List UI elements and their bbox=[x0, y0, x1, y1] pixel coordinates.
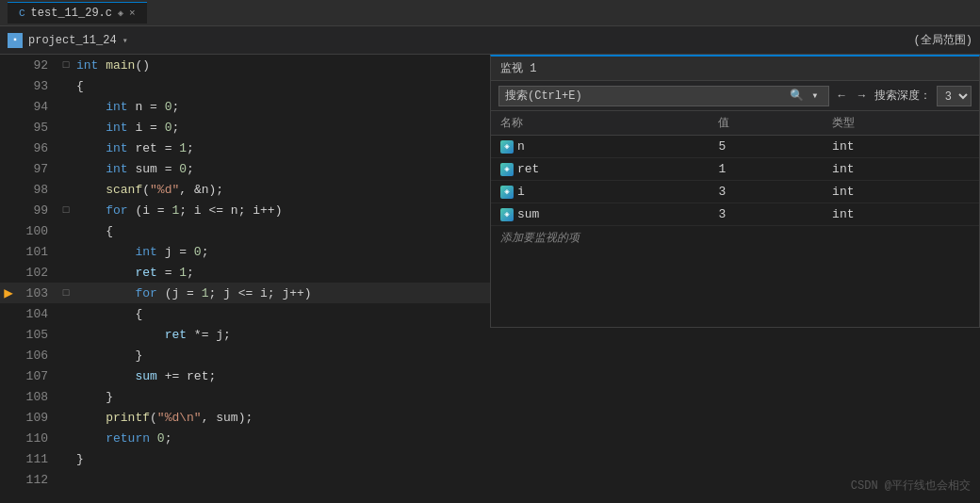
watch-var-type: int bbox=[823, 181, 979, 203]
project-selector[interactable]: ▪ project_11_24 ▾ bbox=[8, 33, 128, 48]
token-kw: int bbox=[106, 141, 127, 155]
token-fn: scanf bbox=[106, 183, 142, 197]
tab-pin: ◈ bbox=[118, 8, 123, 19]
watch-search-icon[interactable]: 🔍 bbox=[790, 89, 804, 103]
watch-table-header: 名称 值 类型 bbox=[491, 111, 979, 136]
token-fn: printf bbox=[106, 411, 150, 425]
watch-var-name: ◈ret bbox=[491, 158, 709, 181]
add-watch-item[interactable]: 添加要监视的项 bbox=[491, 226, 979, 250]
expand-icon[interactable]: □ bbox=[59, 59, 73, 71]
token-punct: ; bbox=[187, 162, 194, 176]
token-var: ret bbox=[135, 266, 156, 280]
token-num: 0 bbox=[194, 245, 202, 259]
token-kw: int bbox=[106, 100, 127, 114]
watch-toolbar: 搜索(Ctrl+E) 🔍 ▾ ← → 搜索深度： 3 1 2 4 5 bbox=[491, 81, 979, 111]
watch-table-row[interactable]: ◈ret1int bbox=[491, 158, 979, 181]
watch-dropdown-btn[interactable]: ▾ bbox=[808, 87, 822, 105]
watch-table-row[interactable]: ◈i3int bbox=[491, 181, 979, 203]
token-op: *= j; bbox=[187, 328, 231, 342]
line-number: 104 bbox=[17, 307, 59, 321]
code-line: 111} bbox=[0, 448, 980, 469]
line-arrow-cell: ▶ bbox=[0, 284, 17, 302]
line-number: 93 bbox=[17, 79, 59, 93]
token-var: ret bbox=[165, 328, 187, 342]
token-op: (i = bbox=[128, 203, 172, 218]
token-op: ; i <= n; i++) bbox=[179, 203, 282, 218]
token-var: sum bbox=[135, 369, 156, 383]
line-number: 94 bbox=[17, 100, 59, 114]
line-number: 92 bbox=[17, 58, 59, 73]
token-kw: int bbox=[135, 245, 156, 259]
token-str: "%d\n" bbox=[157, 411, 202, 425]
token-op: j = bbox=[157, 245, 194, 259]
token-punct: ; bbox=[187, 266, 194, 280]
token-punct: ); bbox=[238, 411, 253, 425]
line-number: 101 bbox=[17, 245, 59, 259]
watch-table: 名称 值 类型 ◈n5int◈ret1int◈i3int◈sum3int bbox=[491, 111, 979, 226]
watch-nav-fwd-button[interactable]: → bbox=[855, 88, 869, 105]
token-op: &n bbox=[187, 183, 208, 197]
watch-search-box[interactable]: 搜索(Ctrl+E) 🔍 ▾ bbox=[498, 86, 829, 106]
tab-name: test_11_29.c bbox=[31, 7, 112, 20]
token-num: 0 bbox=[157, 431, 165, 446]
code-content: return 0; bbox=[73, 431, 980, 446]
watch-col-name: 名称 bbox=[491, 111, 709, 136]
line-number: 111 bbox=[17, 452, 59, 466]
token-op: sum bbox=[128, 162, 165, 176]
token-punct: = bbox=[150, 121, 157, 135]
watch-nav-back-button[interactable]: ← bbox=[835, 88, 849, 105]
line-number: 112 bbox=[17, 473, 59, 487]
editor-tab[interactable]: C test_11_29.c ◈ × bbox=[8, 2, 147, 24]
expand-icon[interactable]: □ bbox=[59, 287, 73, 299]
token-punct: ); bbox=[208, 183, 223, 197]
var-icon: ◈ bbox=[500, 163, 514, 176]
line-number: 109 bbox=[17, 411, 59, 425]
editor-container: 92□int main()93{94 int n = 0;95 int i = … bbox=[0, 55, 980, 503]
token-punct: = bbox=[150, 100, 157, 114]
watch-var-type: int bbox=[823, 158, 979, 181]
line-number: 106 bbox=[17, 349, 59, 363]
token-punct: ; bbox=[165, 431, 172, 446]
project-icon: ▪ bbox=[8, 33, 23, 48]
watch-depth-select[interactable]: 3 1 2 4 5 bbox=[937, 86, 972, 106]
token-op: = bbox=[157, 266, 179, 280]
token-op: ret bbox=[128, 141, 165, 155]
tab-close-button[interactable]: × bbox=[129, 8, 136, 19]
watch-panel: 监视 1 搜索(Ctrl+E) 🔍 ▾ ← → 搜索深度： 3 1 2 4 5 … bbox=[490, 55, 980, 328]
code-content: printf("%d\n", sum); bbox=[73, 411, 980, 425]
token-op: n bbox=[128, 100, 150, 114]
watch-depth-label: 搜索深度： bbox=[874, 88, 931, 104]
token-str: "%d" bbox=[150, 183, 179, 197]
watermark: CSDN @平行线也会相交 bbox=[851, 478, 971, 494]
line-number: 98 bbox=[17, 183, 59, 197]
var-icon: ◈ bbox=[500, 186, 514, 199]
code-content: } bbox=[73, 349, 980, 363]
watch-var-type: int bbox=[823, 203, 979, 226]
watch-table-row[interactable]: ◈n5int bbox=[491, 136, 979, 158]
var-icon: ◈ bbox=[500, 140, 514, 154]
token-punct: ; bbox=[202, 245, 209, 259]
code-line: 109 printf("%d\n", sum); bbox=[0, 407, 980, 428]
expand-icon[interactable]: □ bbox=[59, 204, 73, 216]
scope-display: (全局范围) bbox=[914, 32, 972, 48]
code-content: ret *= j; bbox=[73, 328, 980, 342]
line-number: 105 bbox=[17, 328, 59, 342]
scope-label: (全局范围) bbox=[914, 34, 972, 47]
token-num: 0 bbox=[179, 162, 187, 176]
code-line: 107 sum += ret; bbox=[0, 365, 980, 386]
watch-col-value: 值 bbox=[709, 111, 823, 136]
title-bar: C test_11_29.c ◈ × bbox=[0, 0, 980, 26]
watch-table-row[interactable]: ◈sum3int bbox=[491, 203, 979, 226]
line-number: 95 bbox=[17, 121, 59, 135]
token-op: += ret; bbox=[157, 369, 216, 383]
token-punct: { bbox=[135, 307, 142, 321]
token-punct: , bbox=[179, 183, 187, 197]
project-bar: ▪ project_11_24 ▾ (全局范围) bbox=[0, 26, 980, 55]
watch-var-value: 3 bbox=[709, 181, 823, 203]
line-number: 108 bbox=[17, 390, 59, 404]
token-kw: for bbox=[106, 203, 127, 218]
token-op: i bbox=[128, 121, 150, 135]
line-number: 100 bbox=[17, 224, 59, 238]
line-number: 99 bbox=[17, 203, 59, 218]
code-line: 112 bbox=[0, 469, 980, 490]
